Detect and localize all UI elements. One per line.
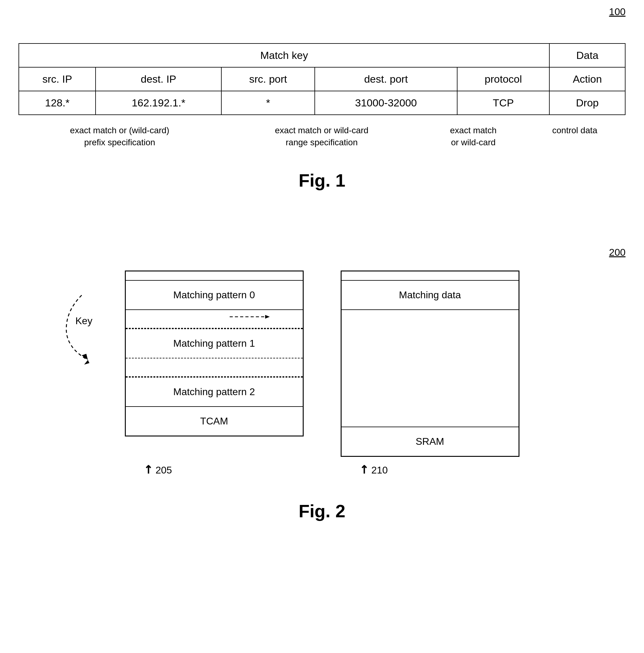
cell-src-port: * xyxy=(221,91,315,115)
tcam-footer: TCAM xyxy=(126,407,303,436)
svg-marker-1 xyxy=(84,360,90,365)
sram-box: Matching data SRAM xyxy=(341,270,519,457)
key-label: Key xyxy=(76,315,93,326)
sram-empty-space xyxy=(342,310,519,427)
header-data: Data xyxy=(549,44,625,67)
cell-action: Drop xyxy=(549,91,625,115)
sram-ref: 210 xyxy=(371,464,388,476)
header-match-key: Match key xyxy=(19,44,549,67)
tcam-spacer-2 xyxy=(126,358,303,377)
tcam-arrow-icon: ↗ xyxy=(140,462,156,478)
sram-matching-data: Matching data xyxy=(342,281,519,310)
sram-arrow-icon: ↗ xyxy=(356,462,371,478)
tcam-spacer-1 xyxy=(126,310,303,329)
acl-table: Match key Data src. IP dest. IP src. por… xyxy=(19,43,625,115)
diagram-container: Key Matching pattern 0 Matching pattern … xyxy=(19,270,625,457)
bottom-labels: ↗ 205 ↗ 210 xyxy=(19,463,625,476)
annot-wildcard: exact matchor wild-card xyxy=(423,121,524,151)
tcam-bottom-label: ↗ 205 xyxy=(125,463,304,476)
annot-range: exact match or wild-cardrange specificat… xyxy=(221,121,422,151)
ref-200: 200 xyxy=(19,247,625,258)
cell-dest-port: 31000-32000 xyxy=(315,91,457,115)
col-action: Action xyxy=(549,67,625,91)
annot-control: control data xyxy=(524,121,625,151)
tcam-box: Matching pattern 0 Matching pattern 1 Ma… xyxy=(125,270,304,436)
col-protocol: protocol xyxy=(457,67,550,91)
key-arrow-svg xyxy=(63,286,134,372)
fig2-label: Fig. 2 xyxy=(19,501,625,521)
annot-prefix: exact match or (wild-card)prefix specifi… xyxy=(19,121,221,151)
tcam-pattern-1: Matching pattern 1 xyxy=(126,329,303,358)
cell-dest-ip: 162.192.1.* xyxy=(96,91,221,115)
col-src-port: src. port xyxy=(221,67,315,91)
sram-footer: SRAM xyxy=(342,427,519,456)
fig1-section: Match key Data src. IP dest. IP src. por… xyxy=(19,19,625,191)
cell-src-ip: 128.* xyxy=(19,91,96,115)
col-dest-port: dest. port xyxy=(315,67,457,91)
col-src-ip: src. IP xyxy=(19,67,96,91)
ref-100: 100 xyxy=(609,6,625,18)
tcam-pattern-0: Matching pattern 0 xyxy=(126,281,303,310)
fig2-section: 200 Key Match xyxy=(19,247,625,521)
sram-bottom-label: ↗ 210 xyxy=(341,463,519,476)
tcam-ref: 205 xyxy=(156,464,172,476)
cell-protocol: TCP xyxy=(457,91,550,115)
col-dest-ip: dest. IP xyxy=(96,67,221,91)
annotation-row: exact match or (wild-card)prefix specifi… xyxy=(19,121,625,151)
svg-marker-0 xyxy=(82,354,88,360)
tcam-pattern-2: Matching pattern 2 xyxy=(126,377,303,407)
fig1-label: Fig. 1 xyxy=(19,170,625,191)
